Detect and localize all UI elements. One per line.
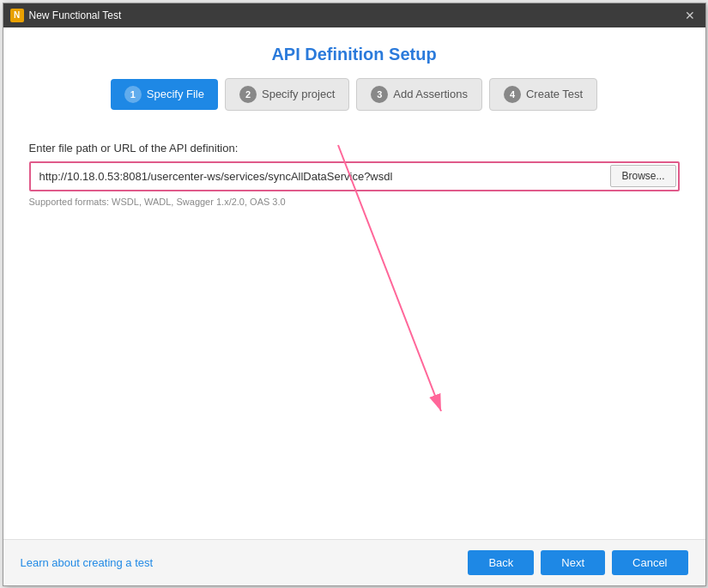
dialog-title: API Definition Setup	[3, 27, 705, 78]
step-4-num: 4	[504, 86, 521, 103]
browse-button[interactable]: Browse...	[610, 165, 675, 187]
url-input-row: Browse...	[29, 161, 680, 191]
step-1-num: 1	[124, 86, 142, 103]
step-4[interactable]: 4 Create Test	[489, 78, 597, 111]
step-1[interactable]: 1 Specify File	[111, 79, 218, 110]
title-bar: N New Functional Test ✕	[3, 3, 705, 27]
dialog-content: Enter file path or URL of the API defini…	[3, 128, 705, 539]
step-2[interactable]: 2 Specify project	[225, 78, 349, 111]
step-1-label: Specify File	[147, 88, 204, 100]
title-bar-left: N New Functional Test	[10, 9, 122, 22]
step-4-label: Create Test	[526, 88, 583, 100]
step-2-label: Specify project	[262, 88, 335, 100]
app-icon: N	[10, 9, 24, 22]
next-button[interactable]: Next	[541, 550, 605, 575]
step-3[interactable]: 3 Add Assertions	[356, 78, 482, 111]
step-2-num: 2	[239, 86, 257, 103]
back-button[interactable]: Back	[468, 550, 534, 575]
footer-buttons: Back Next Cancel	[468, 550, 687, 575]
cancel-button[interactable]: Cancel	[612, 550, 687, 575]
dialog-footer: Learn about creating a test Back Next Ca…	[3, 539, 705, 585]
steps-bar: 1 Specify File 2 Specify project 3 Add A…	[3, 78, 705, 128]
close-button[interactable]: ✕	[681, 7, 699, 24]
content-area: Enter file path or URL of the API defini…	[3, 128, 705, 539]
dialog-window: N New Functional Test ✕ API Definition S…	[3, 3, 706, 586]
dialog-body: API Definition Setup 1 Specify File 2 Sp…	[3, 27, 705, 585]
supported-formats: Supported formats: WSDL, WADL, Swagger 1…	[29, 197, 680, 207]
learn-link[interactable]: Learn about creating a test	[21, 556, 154, 569]
step-3-num: 3	[371, 86, 388, 103]
url-input[interactable]	[33, 165, 604, 188]
window-title: New Functional Test	[29, 9, 122, 21]
field-label: Enter file path or URL of the API defini…	[29, 142, 680, 155]
step-3-label: Add Assertions	[393, 88, 468, 100]
